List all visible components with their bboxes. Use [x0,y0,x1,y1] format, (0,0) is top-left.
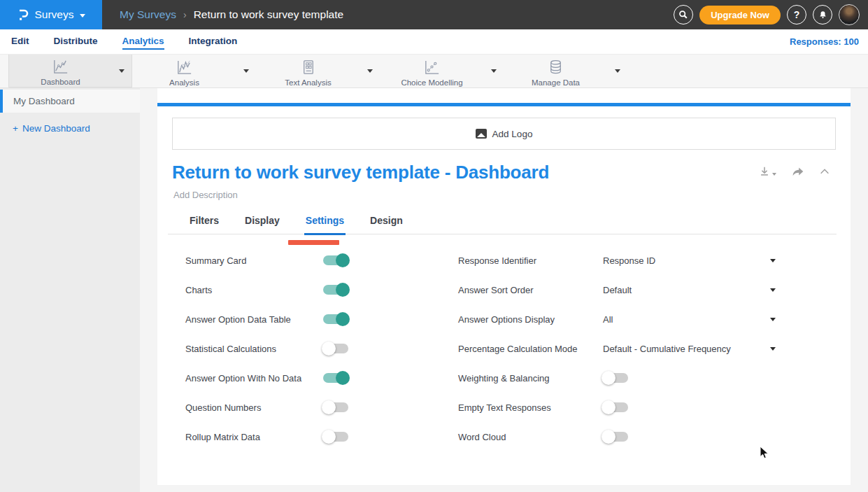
setting-label: Answer Option Data Table [185,314,323,325]
analysis-dropdown-button[interactable] [236,55,256,87]
new-dashboard-button[interactable]: + New Dashboard [13,123,140,134]
setting-label: Question Numbers [185,402,323,413]
setting-label: Empty Text Responses [458,402,603,413]
chevron-down-icon[interactable] [770,318,776,321]
add-description-field[interactable]: Add Description [173,190,851,200]
user-avatar[interactable] [839,4,860,25]
chevron-down-icon[interactable] [770,288,776,292]
chevron-down-icon[interactable] [770,347,776,351]
dashboard-sidebar: My Dashboard + New Dashboard [0,88,140,492]
setting-row: Summary Card [185,246,458,275]
nav-item-integration[interactable]: Integration [189,34,238,50]
chevron-up-icon [819,167,830,176]
toolbar-label-choice-modelling: Choice Modelling [401,78,462,87]
summary-card-toggle[interactable] [323,255,348,265]
page-title: Return to work survey template - Dashboa… [172,162,836,183]
empty-text-responses-toggle[interactable] [603,402,628,412]
setting-label: Word Cloud [458,432,603,442]
chevron-down-icon [772,173,776,176]
setting-label: Weighting & Balancing [458,373,603,384]
answer-options-display-select[interactable]: All [603,314,770,325]
active-tab-underline [304,233,346,235]
setting-label: Percentage Calculation Mode [458,344,603,354]
setting-label: Answer Options Display [458,314,603,325]
nav-item-edit[interactable]: Edit [11,34,29,50]
search-button[interactable] [674,5,693,24]
question-numbers-toggle[interactable] [323,402,348,412]
setting-label: Rollup Matrix Data [185,432,323,442]
tab-label: Settings [306,215,344,226]
word-cloud-toggle[interactable] [603,432,628,442]
add-logo-button[interactable]: Add Logo [172,118,836,150]
breadcrumb-separator: › [183,9,187,20]
manage-data-dropdown-button[interactable] [608,55,627,87]
setting-row: Answer Option Data Table [185,304,458,334]
toolbar-label-dashboard: Dashboard [41,78,80,86]
response-identifier-select[interactable]: Response ID [603,255,770,266]
setting-row: Question Numbers [185,393,458,422]
answer-option-data-table-toggle[interactable] [323,314,348,324]
answer-option-with-no-data-toggle[interactable] [323,373,348,383]
toolbar-item-dashboard[interactable]: Dashboard [8,55,132,87]
setting-row: Answer Sort Order Default [458,275,780,304]
choice-modelling-dropdown-button[interactable] [484,55,504,87]
questionpro-logo-icon [17,7,29,22]
share-icon [791,166,804,177]
rollup-matrix-data-toggle[interactable] [323,432,348,442]
setting-label: Response Identifier [458,255,603,266]
chevron-down-icon [119,69,124,73]
topbar: Surveys My Surveys › Return to work surv… [0,0,868,29]
collapse-button[interactable] [819,167,830,176]
tab-design[interactable]: Design [370,215,403,234]
setting-row: Percentage Calculation Mode Default - Cu… [458,334,780,363]
chevron-down-icon[interactable] [770,259,776,262]
toolbar-label-manage-data: Manage Data [532,78,580,87]
database-icon [547,59,564,76]
download-button[interactable] [759,166,776,177]
setting-row: Rollup Matrix Data [185,422,458,451]
percentage-calculation-mode-select[interactable]: Default - Cumulative Frequency [603,344,770,354]
chevron-down-icon [491,69,497,73]
tab-label: Display [245,215,280,226]
nav-item-distribute[interactable]: Distribute [54,34,98,50]
dashboard-dropdown-button[interactable] [112,55,131,87]
setting-label: Summary Card [185,255,323,266]
help-button[interactable]: ? [787,5,806,24]
line-chart-icon [52,58,69,76]
tab-filters[interactable]: Filters [190,215,219,234]
plus-icon: + [13,123,18,134]
dashboard-content: Add Logo Return to work survey template … [157,88,851,485]
charts-toggle[interactable] [323,285,348,295]
chevron-down-icon [80,14,85,17]
statistical-calculations-toggle[interactable] [323,344,348,353]
toolbar-label-analysis: Analysis [169,78,199,87]
chevron-down-icon [243,69,249,73]
toolbar-item-analysis[interactable]: Analysis [132,55,256,87]
answer-sort-order-select[interactable]: Default [603,285,770,295]
weighting-balancing-toggle[interactable] [603,373,628,383]
nav-item-analytics[interactable]: Analytics [122,34,164,50]
tab-settings[interactable]: Settings [306,215,344,234]
toolbar-item-manage-data[interactable]: Manage Data [504,55,627,87]
breadcrumb: My Surveys › Return to work survey templ… [120,8,343,21]
setting-label: Charts [185,285,323,295]
tab-display[interactable]: Display [245,215,280,234]
scatter-chart-icon [423,59,441,76]
chevron-down-icon [615,69,620,73]
question-mark-icon: ? [794,9,800,20]
download-icon [759,166,770,177]
text-analysis-dropdown-button[interactable] [360,55,380,87]
setting-row: Statistical Calculations [185,334,458,363]
breadcrumb-current: Return to work survey template [194,8,344,21]
notifications-button[interactable] [813,5,832,24]
product-switcher[interactable]: Surveys [0,0,102,29]
sidebar-gutter [140,88,157,492]
tab-label: Filters [190,215,219,226]
setting-row: Response Identifier Response ID [458,246,780,275]
toolbar-item-text-analysis[interactable]: Text Analysis [256,55,380,87]
upgrade-now-button[interactable]: Upgrade Now [699,6,781,24]
share-button[interactable] [791,166,804,177]
breadcrumb-my-surveys[interactable]: My Surveys [120,8,176,21]
sidebar-item-my-dashboard[interactable]: My Dashboard [0,90,140,113]
toolbar-item-choice-modelling[interactable]: Choice Modelling [380,55,504,87]
